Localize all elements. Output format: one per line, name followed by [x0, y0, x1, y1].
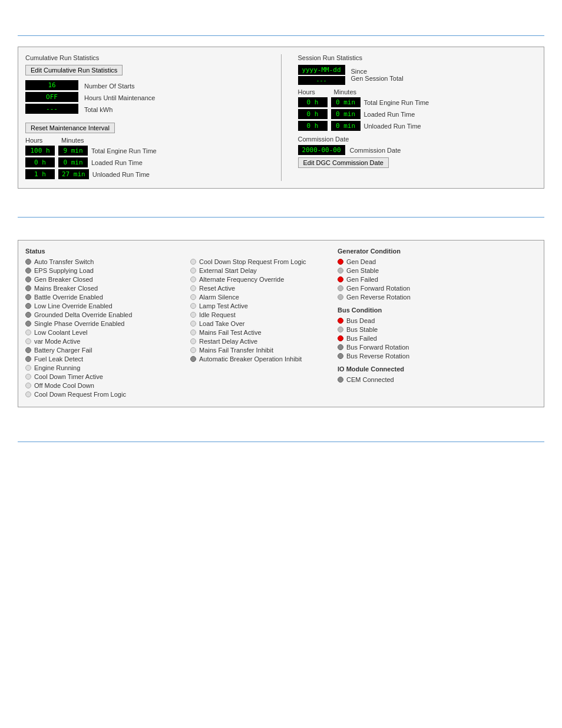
sess-label-1: Loaded Run Time: [364, 111, 415, 118]
session-dash-value: ---: [298, 76, 345, 85]
status-indicator: [25, 294, 31, 300]
bus-indicator: [338, 344, 343, 350]
status-item-middle: Automatic Breaker Operation Inhibit: [190, 355, 338, 363]
cum-label-2: Unloaded Run Time: [92, 171, 150, 178]
status-label: External Start Delay: [199, 267, 257, 274]
status-indicator: [190, 330, 196, 335]
sess-hours-2: 0 h: [298, 121, 328, 131]
cumulative-title: Cumulative Run Statistics: [25, 54, 265, 61]
sess-mins-0: 0 min: [331, 97, 361, 107]
edit-cumulative-button[interactable]: Edit Cumulative Run Statistics: [25, 65, 123, 75]
status-item-left: var Mode Active: [25, 338, 190, 345]
sess-hours-1: 0 h: [298, 109, 328, 119]
status-indicator: [25, 276, 31, 282]
sess-mins-2: 0 min: [331, 121, 361, 131]
bus-condition-item: Bus Stable: [338, 326, 537, 333]
cumulative-stats: Cumulative Run Statistics Edit Cumulativ…: [25, 54, 265, 181]
io-indicator: [338, 377, 343, 383]
gen-indicator: [338, 285, 343, 291]
vertical-divider: [281, 54, 282, 181]
status-label: Alarm Silence: [199, 294, 239, 301]
status-item-middle: Load Take Over: [190, 320, 338, 327]
status-indicator: [190, 259, 196, 265]
status-indicator: [25, 268, 31, 274]
status-item-left: Single Phase Override Enabled: [25, 320, 190, 327]
bus-condition-item: Bus Failed: [338, 335, 537, 342]
gen-label: Gen Failed: [346, 276, 378, 283]
gen-condition-item: Gen Reverse Rotation: [338, 294, 537, 301]
status-items-left: Auto Transfer Switch EPS Supplying Load …: [25, 258, 190, 398]
run-statistics-section: Cumulative Run Statistics Edit Cumulativ…: [0, 36, 562, 199]
bus-condition-item: Bus Dead: [338, 317, 537, 324]
bus-indicator: [338, 327, 343, 332]
total-kwh-value: ---: [25, 104, 78, 114]
label-total-kwh: Total kWh: [84, 104, 155, 116]
sess-label-0: Total Engine Run Time: [364, 99, 429, 106]
status-indicator: [190, 285, 196, 291]
status-item-left: Grounded Delta Override Enabled: [25, 311, 190, 318]
status-panel: Status Auto Transfer Switch EPS Supplyin…: [18, 240, 544, 407]
cum-mins-1: 0 min: [58, 157, 88, 167]
status-label: Automatic Breaker Operation Inhibit: [199, 355, 302, 363]
commission-row: 2000-00-00 Commission Date: [298, 145, 537, 155]
gen-label: Gen Dead: [346, 258, 376, 265]
cum-hours-0: 100 h: [25, 146, 55, 156]
status-indicator: [25, 383, 31, 388]
gen-indicator: [338, 294, 343, 300]
status-item-middle: Lamp Test Active: [190, 302, 338, 309]
status-item-left: Low Coolant Level: [25, 329, 190, 336]
number-of-starts-value: 16: [25, 80, 78, 90]
commission-title: Commission Date: [298, 136, 537, 143]
status-label: var Mode Active: [34, 338, 80, 345]
status-item-middle: Idle Request: [190, 311, 338, 318]
session-run-times: 0 h 0 min Total Engine Run Time 0 h 0 mi…: [298, 97, 537, 131]
session-run-time-row: 0 h 0 min Total Engine Run Time: [298, 97, 537, 107]
edit-dgc-commission-button[interactable]: Edit DGC Commission Date: [298, 157, 389, 168]
cumulative-values: 16 OFF ---: [25, 80, 78, 114]
status-item-left: Cool Down Timer Active: [25, 373, 190, 380]
status-indicator: [190, 268, 196, 274]
bus-label: Bus Dead: [346, 317, 375, 324]
status-indicator: [25, 374, 31, 380]
status-middle: Cool Down Stop Request From Logic Extern…: [190, 248, 338, 400]
commission-section: Commission Date 2000-00-00 Commission Da…: [298, 136, 537, 173]
status-label: Low Line Override Enabled: [34, 302, 113, 309]
status-left: Status Auto Transfer Switch EPS Supplyin…: [25, 248, 190, 400]
status-indicator: [25, 347, 31, 353]
status-items-middle: Cool Down Stop Request From Logic Extern…: [190, 258, 338, 363]
status-indicator: [25, 303, 31, 309]
gen-label: Gen Forward Rotation: [346, 285, 410, 292]
status-indicator: [190, 321, 196, 327]
bottom-divider: [18, 442, 544, 442]
cumulative-run-time-row: 1 h 27 min Unloaded Run Time: [25, 169, 265, 179]
gen-condition-item: Gen Stable: [338, 267, 537, 274]
status-title: Status: [25, 248, 190, 255]
status-indicator: [25, 259, 31, 265]
status-label: Reset Active: [199, 285, 235, 292]
status-item-middle: Mains Fail Transfer Inhibit: [190, 347, 338, 354]
cum-hours-1: 0 h: [25, 157, 55, 167]
status-label: Off Mode Cool Down: [34, 382, 94, 389]
status-section: Status Auto Transfer Switch EPS Supplyin…: [0, 229, 562, 418]
status-item-middle: Restart Delay Active: [190, 338, 338, 345]
status-label: Gen Breaker Closed: [34, 276, 93, 283]
commission-label: Commission Date: [350, 147, 401, 154]
bus-condition-item: Bus Forward Rotation: [338, 344, 537, 351]
io-module-item: CEM Connected: [338, 376, 537, 383]
status-item-middle: Alarm Silence: [190, 294, 338, 301]
status-item-left: Gen Breaker Closed: [25, 276, 190, 283]
session-minutes-label: Minutes: [334, 88, 366, 95]
session-since-labels: Since Gen Session Total: [351, 68, 404, 82]
gen-indicator: [338, 259, 343, 265]
reset-maintenance-button[interactable]: Reset Maintenance Interval: [25, 123, 115, 133]
gen-condition-item: Gen Failed: [338, 276, 537, 283]
status-label: Single Phase Override Enabled: [34, 320, 124, 327]
status-item-middle: External Start Delay: [190, 267, 338, 274]
session-run-time-row: 0 h 0 min Loaded Run Time: [298, 109, 537, 119]
io-module-items: CEM Connected: [338, 376, 537, 383]
status-indicator: [190, 356, 196, 362]
minutes-col-label: Minutes: [61, 137, 94, 144]
status-label: Battle Override Enabled: [34, 294, 103, 301]
status-indicator: [190, 294, 196, 300]
status-right: Generator Condition Gen Dead Gen Stable …: [338, 248, 537, 400]
